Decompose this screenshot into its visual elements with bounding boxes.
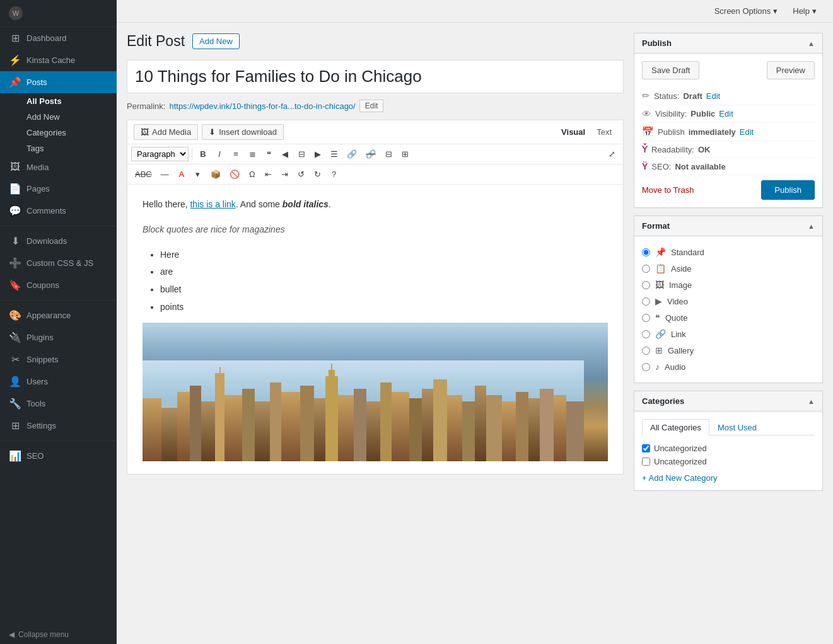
add-new-category-link[interactable]: + Add New Category — [642, 473, 815, 483]
sidebar-item-pages[interactable]: 📄 Pages — [0, 178, 117, 200]
sidebar-item-media[interactable]: 🖼 Media — [0, 156, 117, 178]
unordered-list-button[interactable]: ≡ — [228, 147, 243, 161]
add-media-button[interactable]: 🖼 Add Media — [134, 124, 198, 140]
font-color-picker[interactable]: ▾ — [190, 167, 206, 181]
bold-button[interactable]: B — [195, 147, 211, 161]
insert-download-button[interactable]: ⬇ Insert download — [202, 124, 284, 140]
text-tab[interactable]: Text — [591, 125, 617, 139]
align-justify-button[interactable]: ☰ — [327, 147, 342, 161]
format-gallery-radio[interactable] — [642, 347, 650, 355]
format-image-radio[interactable] — [642, 281, 650, 289]
format-video[interactable]: ▶ Video — [642, 293, 815, 309]
category-uncategorized-checkbox-1[interactable] — [642, 444, 650, 452]
blockquote-button[interactable]: ❝ — [261, 147, 276, 161]
categories-box-header[interactable]: Categories ▲ — [634, 391, 822, 411]
format-box-header[interactable]: Format ▲ — [634, 216, 822, 236]
sidebar-sub-categories[interactable]: Categories — [0, 125, 117, 141]
align-center-button[interactable]: ⊟ — [294, 147, 309, 161]
align-left-button[interactable]: ◀ — [277, 147, 293, 161]
insert-link-button[interactable]: 🔗 — [343, 147, 361, 161]
sidebar-item-users[interactable]: 👤 Users — [0, 371, 117, 393]
sidebar-item-label: Downloads — [26, 236, 67, 246]
svg-rect-12 — [255, 401, 270, 461]
format-link[interactable]: 🔗 Link — [642, 326, 815, 342]
custom-char-button[interactable]: 📦 — [207, 167, 224, 181]
format-aside[interactable]: 📋 Aside — [642, 260, 815, 277]
publish-time-edit-link[interactable]: Edit — [740, 127, 754, 137]
format-link-radio[interactable] — [642, 330, 650, 338]
sidebar-item-dashboard[interactable]: ⊞ Dashboard — [0, 27, 117, 49]
undo-button[interactable]: ↺ — [294, 167, 309, 181]
sidebar-item-seo[interactable]: 📊 SEO — [0, 445, 117, 467]
fullscreen-button[interactable]: ⤢ — [604, 147, 619, 161]
sidebar-sub-tags[interactable]: Tags — [0, 141, 117, 156]
special-chars-button[interactable]: Ω — [245, 167, 260, 181]
permalink-edit-button[interactable]: Edit — [359, 100, 384, 112]
visual-tab[interactable]: Visual — [556, 125, 590, 139]
font-color-button[interactable]: A — [174, 167, 189, 181]
horizontal-rule-button[interactable]: — — [157, 167, 173, 181]
read-more-button[interactable]: ⊟ — [381, 147, 396, 161]
publish-time-label: Publish — [658, 127, 685, 137]
format-image[interactable]: 🖼 Image — [642, 277, 815, 293]
sidebar-item-comments[interactable]: 💬 Comments — [0, 200, 117, 222]
post-title-input[interactable] — [127, 60, 624, 93]
sidebar-item-downloads[interactable]: ⬇ Downloads — [0, 230, 117, 252]
format-standard-radio[interactable] — [642, 248, 650, 256]
sidebar-item-posts[interactable]: 📌 Posts — [0, 71, 117, 93]
clear-formatting-button[interactable]: 🚫 — [226, 167, 243, 181]
move-to-trash-link[interactable]: Move to Trash — [642, 185, 694, 195]
outdent-button[interactable]: ⇤ — [261, 167, 276, 181]
editor-area: Edit Post Add New Permalink: https://wpd… — [127, 33, 624, 634]
tab-most-used[interactable]: Most Used — [709, 419, 765, 435]
permalink-link[interactable]: https://wpdev.ink/10-things-for-fa...to-… — [169, 101, 355, 111]
format-link-label: Link — [671, 330, 686, 339]
save-draft-button[interactable]: Save Draft — [642, 61, 699, 79]
sidebar-item-appearance[interactable]: 🎨 Appearance — [0, 304, 117, 326]
sidebar-item-label: Plugins — [26, 333, 54, 342]
sidebar-item-settings[interactable]: ⊞ Settings — [0, 415, 117, 437]
screen-options-button[interactable]: Screen Options ▾ — [708, 4, 784, 18]
collapse-menu[interactable]: ◀ Collapse menu — [0, 625, 117, 644]
strikethrough-button[interactable]: ABC — [131, 167, 156, 181]
sidebar-item-tools[interactable]: 🔧 Tools — [0, 393, 117, 415]
sidebar-item-plugins[interactable]: 🔌 Plugins — [0, 326, 117, 348]
sidebar-sub-add-new[interactable]: Add New — [0, 109, 117, 125]
sidebar-sub-all-posts[interactable]: All Posts — [0, 93, 117, 109]
redo-button[interactable]: ↻ — [310, 167, 325, 181]
right-sidebar: Publish ▲ Save Draft Preview ✏ Status: D… — [634, 33, 823, 634]
paragraph-select[interactable]: Paragraph — [131, 147, 189, 161]
tab-all-categories[interactable]: All Categories — [642, 419, 709, 435]
category-uncategorized-checkbox-2[interactable] — [642, 457, 650, 466]
editor-content[interactable]: Hello there, this is a link. And some bo… — [127, 185, 623, 474]
sidebar-item-label: Settings — [26, 421, 56, 430]
preview-button[interactable]: Preview — [767, 61, 815, 79]
format-gallery[interactable]: ⊞ Gallery — [642, 342, 815, 359]
format-quote-radio[interactable] — [642, 314, 650, 322]
sidebar-item-snippets[interactable]: ✂ Snippets — [0, 348, 117, 371]
sidebar-item-kinsta-cache[interactable]: ⚡ Kinsta Cache — [0, 49, 117, 71]
italic-button[interactable]: I — [212, 147, 227, 161]
sidebar-item-coupons[interactable]: 🔖 Coupons — [0, 274, 117, 296]
indent-button[interactable]: ⇥ — [277, 167, 293, 181]
format-audio-radio[interactable] — [642, 363, 650, 371]
help-button[interactable]: Help ▾ — [786, 4, 823, 18]
ordered-list-button[interactable]: ≣ — [245, 147, 260, 161]
format-standard[interactable]: 📌 Standard — [642, 244, 815, 260]
status-edit-link[interactable]: Edit — [706, 91, 720, 101]
add-new-button[interactable]: Add New — [192, 33, 240, 49]
publish-box-header[interactable]: Publish ▲ — [634, 33, 822, 54]
format-aside-radio[interactable] — [642, 265, 650, 273]
format-audio[interactable]: ♪ Audio — [642, 359, 815, 375]
publish-button[interactable]: Publish — [761, 180, 815, 200]
toolbar-toggle-button[interactable]: ⊞ — [397, 147, 412, 161]
sidebar-item-custom-css[interactable]: ➕ Custom CSS & JS — [0, 252, 117, 274]
visibility-edit-link[interactable]: Edit — [719, 109, 733, 118]
align-right-button[interactable]: ▶ — [310, 147, 325, 161]
help-kb-button[interactable]: ? — [327, 167, 342, 181]
format-quote[interactable]: ❝ Quote — [642, 309, 815, 326]
remove-link-button[interactable]: 🔗 — [362, 147, 380, 161]
publish-actions: Save Draft Preview — [642, 61, 815, 79]
format-video-radio[interactable] — [642, 297, 650, 306]
media-icon: 🖼 — [9, 161, 21, 173]
